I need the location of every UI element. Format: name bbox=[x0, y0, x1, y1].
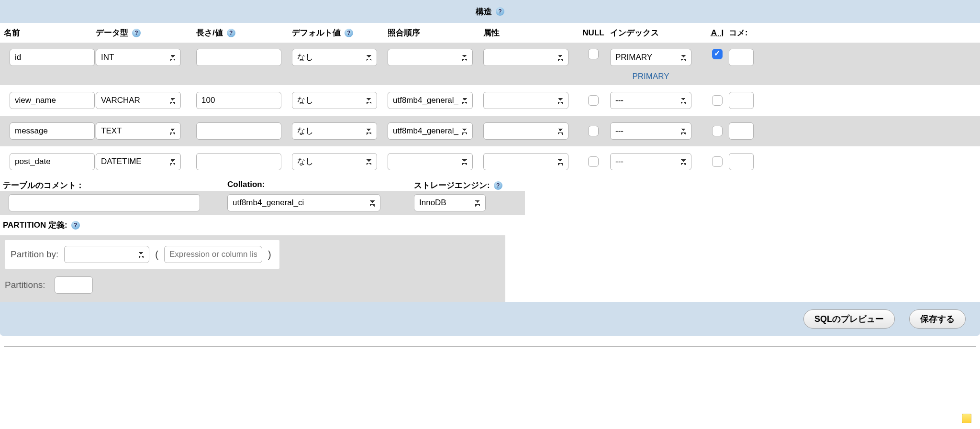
help-icon[interactable]: ? bbox=[227, 29, 235, 37]
partition-title: PARTITION 定義: bbox=[3, 220, 67, 231]
partition-by-select[interactable] bbox=[64, 246, 149, 263]
column-length-input[interactable] bbox=[196, 49, 281, 66]
primary-badge: PRIMARY bbox=[632, 72, 669, 81]
storage-engine-label: ストレージエンジン: bbox=[414, 180, 490, 191]
column-name-input[interactable] bbox=[10, 153, 95, 170]
column-ai-checkbox[interactable] bbox=[712, 126, 723, 136]
table-meta-row: テーブルのコメント： Collation: ストレージエンジン: ? bbox=[0, 177, 980, 191]
header-length: 長さ/値 bbox=[196, 27, 223, 38]
help-icon[interactable]: ? bbox=[132, 29, 141, 37]
column-collation-select[interactable]: utf8mb4_general_ bbox=[388, 92, 473, 109]
column-default-select[interactable]: なし bbox=[292, 122, 377, 140]
column-ai-checkbox[interactable] bbox=[712, 156, 723, 167]
column-row: TEXTなしutf8mb4_general_--- bbox=[0, 116, 980, 146]
column-type-select[interactable]: DATETIME bbox=[96, 153, 181, 170]
collation-label: Collation: bbox=[227, 180, 414, 189]
column-name-input[interactable] bbox=[10, 122, 95, 140]
table-comment-label: テーブルのコメント： bbox=[3, 180, 227, 191]
structure-label: 構造 bbox=[476, 6, 492, 17]
column-comment-input[interactable] bbox=[729, 153, 754, 170]
column-attribute-select[interactable] bbox=[483, 153, 568, 170]
help-icon[interactable]: ? bbox=[496, 7, 504, 16]
column-collation-select[interactable]: utf8mb4_general_ bbox=[388, 122, 473, 140]
column-comment-input[interactable] bbox=[729, 122, 754, 140]
paren-open: ( bbox=[155, 249, 158, 260]
header-null: NULL bbox=[582, 28, 604, 38]
column-default-select[interactable]: なし bbox=[292, 92, 377, 109]
column-name-input[interactable] bbox=[10, 92, 95, 109]
column-type-select[interactable]: INT bbox=[96, 49, 181, 66]
partitions-count-row: Partitions: bbox=[5, 276, 501, 294]
collation-select[interactable]: utf8mb4_general_ci bbox=[227, 194, 380, 211]
column-row: VARCHARなしutf8mb4_general_--- bbox=[0, 85, 980, 116]
help-icon[interactable]: ? bbox=[71, 221, 80, 230]
column-index-select[interactable]: --- bbox=[610, 153, 691, 170]
sql-preview-button[interactable]: SQLのプレビュー bbox=[803, 309, 895, 329]
save-button[interactable]: 保存する bbox=[909, 309, 966, 329]
column-collation-select[interactable] bbox=[388, 153, 473, 170]
column-attribute-select[interactable] bbox=[483, 122, 568, 140]
footer-actions: SQLのプレビュー 保存する bbox=[0, 302, 980, 336]
column-attribute-select[interactable] bbox=[483, 92, 568, 109]
note-icon[interactable] bbox=[962, 414, 971, 423]
column-collation-select[interactable] bbox=[388, 49, 473, 66]
column-ai-checkbox[interactable] bbox=[712, 49, 723, 59]
column-type-select[interactable]: VARCHAR bbox=[96, 92, 181, 109]
column-ai-checkbox[interactable] bbox=[712, 95, 723, 106]
header-comment: コメ: bbox=[729, 27, 748, 38]
partition-by-label: Partition by: bbox=[11, 249, 58, 260]
column-headers: 名前 データ型? 長さ/値? デフォルト値? 照合順序 属性 NULL インデッ… bbox=[0, 23, 980, 43]
header-collation: 照合順序 bbox=[388, 27, 420, 38]
column-index-select[interactable]: --- bbox=[610, 122, 691, 140]
column-row: INTなしPRIMARYPRIMARY bbox=[0, 43, 980, 85]
column-default-select[interactable]: なし bbox=[292, 49, 377, 66]
partitions-count-input[interactable] bbox=[55, 276, 93, 294]
column-default-select[interactable]: なし bbox=[292, 153, 377, 170]
header-default: デフォルト値 bbox=[292, 27, 341, 38]
column-attribute-select[interactable] bbox=[483, 49, 568, 66]
paren-close: ) bbox=[268, 249, 271, 260]
structure-header: 構造 ? bbox=[0, 0, 980, 23]
partition-title-row: PARTITION 定義: ? bbox=[0, 215, 980, 235]
help-icon[interactable]: ? bbox=[345, 29, 353, 37]
column-name-input[interactable] bbox=[10, 49, 95, 66]
column-comment-input[interactable] bbox=[729, 49, 754, 66]
column-length-input[interactable] bbox=[196, 122, 281, 140]
header-ai: A_I bbox=[711, 28, 724, 38]
column-null-checkbox[interactable] bbox=[588, 156, 599, 167]
engine-select[interactable]: InnoDB bbox=[414, 194, 486, 211]
table-comment-input[interactable] bbox=[9, 194, 200, 211]
column-index-select[interactable]: PRIMARY bbox=[610, 49, 691, 66]
column-null-checkbox[interactable] bbox=[588, 95, 599, 106]
header-type: データ型 bbox=[96, 27, 128, 38]
header-attributes: 属性 bbox=[483, 27, 500, 38]
column-null-checkbox[interactable] bbox=[588, 126, 599, 136]
column-comment-input[interactable] bbox=[729, 92, 754, 109]
partition-area: Partition by: ( ) Partitions: bbox=[0, 235, 505, 302]
partition-expression-input[interactable] bbox=[164, 246, 262, 263]
column-row: DATETIMEなし--- bbox=[0, 146, 980, 177]
column-type-select[interactable]: TEXT bbox=[96, 122, 181, 140]
column-length-input[interactable] bbox=[196, 153, 281, 170]
header-name: 名前 bbox=[4, 27, 20, 38]
divider bbox=[4, 346, 976, 347]
partitions-label: Partitions: bbox=[5, 280, 45, 290]
column-index-select[interactable]: --- bbox=[610, 92, 691, 109]
help-icon[interactable]: ? bbox=[494, 181, 502, 190]
column-length-input[interactable] bbox=[196, 92, 281, 109]
column-null-checkbox[interactable] bbox=[588, 49, 599, 59]
header-index: インデックス bbox=[610, 27, 659, 38]
partition-by-row: Partition by: ( ) bbox=[5, 240, 279, 269]
